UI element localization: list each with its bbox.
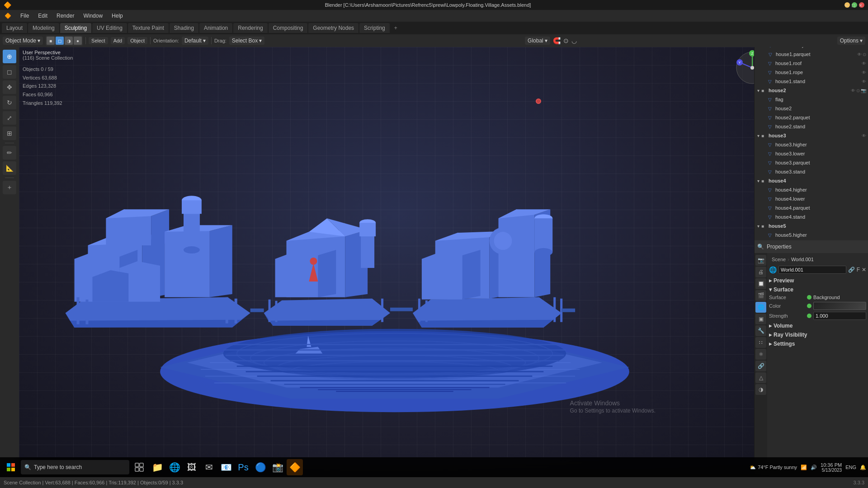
world-delete-icon[interactable]: ✕	[862, 267, 866, 273]
tab-uv-editing[interactable]: UV Editing	[92, 23, 127, 33]
outliner-item-house3-higher[interactable]: ▾ ▽ house3.higher	[755, 140, 868, 149]
world-fake-user-icon[interactable]: F	[857, 267, 860, 273]
ray-visibility-section-header[interactable]: ▸ Ray Visibility	[769, 330, 866, 339]
eye-icon-h2[interactable]: 👁	[851, 88, 855, 93]
photos-icon[interactable]: 🖼	[184, 459, 200, 475]
options-selector[interactable]: Options ▾	[837, 37, 865, 45]
outliner-item-house3-lower[interactable]: ▾ ▽ house3.lower	[755, 149, 868, 158]
wireframe-shading-btn[interactable]: ◻	[56, 37, 64, 45]
data-tab[interactable]: △	[755, 372, 766, 383]
tab-layout[interactable]: Layout	[2, 23, 27, 33]
transform-tool[interactable]: ⊞	[3, 127, 16, 140]
outliner-item-house3-parquet[interactable]: ▾ ▽ house3.parquet	[755, 158, 868, 167]
mail-icon[interactable]: ✉	[201, 459, 217, 475]
eye-icon-7[interactable]: 👁	[862, 79, 866, 84]
strength-input[interactable]: 1.000	[813, 312, 866, 320]
eye-icon-5[interactable]: 👁	[862, 61, 866, 66]
world-name-input[interactable]	[778, 266, 846, 274]
move-tool[interactable]: ✥	[3, 80, 16, 94]
solid-shading-btn[interactable]: ■	[47, 37, 55, 45]
outliner-item-house5[interactable]: ▾ ■ house5	[755, 221, 868, 230]
render-properties-tab[interactable]: 📷	[755, 255, 766, 266]
world-breadcrumb[interactable]: World.001	[791, 257, 814, 262]
outliner-item-house2[interactable]: ▾ ■ house2 👁 ⊙ 📷	[755, 86, 868, 95]
modifier-tab[interactable]: 🔧	[755, 325, 766, 336]
tab-sculpting[interactable]: Sculpting	[60, 23, 91, 33]
select-menu[interactable]: Select	[89, 37, 108, 44]
outliner-item-house4-parquet[interactable]: ▾ ▽ house4.parquet	[755, 203, 868, 212]
material-preview-btn[interactable]: ◑	[65, 37, 73, 45]
menu-render[interactable]: Render	[55, 12, 76, 20]
scale-tool[interactable]: ⤢	[3, 111, 16, 125]
clock-widget[interactable]: 10:36 PM 5/13/2023	[821, 462, 842, 473]
physics-tab[interactable]: ⚛	[755, 349, 766, 360]
cursor-tool[interactable]: ⊕	[3, 50, 16, 63]
settings-section-header[interactable]: ▸ Settings	[769, 339, 866, 348]
magnet-icon[interactable]: 🧲	[553, 37, 561, 44]
menu-edit[interactable]: Edit	[36, 12, 49, 20]
weather-widget[interactable]: ⛅ 74°F Partly sunny	[750, 465, 797, 470]
tab-scripting[interactable]: Scripting	[359, 23, 390, 33]
outliner-item-house2-mesh[interactable]: ▾ ▽ house2	[755, 104, 868, 113]
outliner-item-house2-stand[interactable]: ▾ ▽ house2.stand	[755, 122, 868, 131]
mode-selector[interactable]: Object Mode ▾	[3, 37, 43, 45]
add-cube-tool[interactable]: ＋	[3, 181, 16, 194]
view-layer-tab[interactable]: 🔲	[755, 278, 766, 289]
world-tab[interactable]: 🌐	[755, 302, 766, 313]
minimize-button[interactable]: −	[844, 2, 850, 8]
select-icon-h2[interactable]: ⊙	[856, 88, 860, 93]
render-icon-h2[interactable]: 📷	[861, 88, 866, 93]
outlook-icon[interactable]: 📧	[218, 459, 234, 475]
object-menu[interactable]: Object	[127, 37, 147, 44]
taskbar-search[interactable]: 🔍 Type here to search	[21, 460, 129, 474]
tab-animation[interactable]: Animation	[199, 23, 232, 33]
outliner-item-house2-parquet[interactable]: ▾ ▽ house2.parquet	[755, 113, 868, 122]
eye-icon-4[interactable]: 👁	[857, 52, 862, 57]
object-tab[interactable]: ▣	[755, 314, 766, 324]
surface-section-header[interactable]: ▾ Surface	[769, 285, 866, 294]
outliner-item-house3[interactable]: ▾ ■ house3 👁	[755, 131, 868, 140]
start-button[interactable]	[2, 458, 20, 476]
rotate-tool[interactable]: ↻	[3, 96, 16, 109]
drag-selector[interactable]: Select Box ▾	[229, 37, 264, 45]
file-explorer-icon[interactable]: 📁	[149, 459, 165, 475]
menu-blender[interactable]: 🔶	[3, 12, 13, 20]
blender-icon[interactable]: 🔶	[287, 459, 303, 475]
tab-texture-paint[interactable]: Texture Paint	[128, 23, 169, 33]
menu-help[interactable]: Help	[110, 12, 125, 20]
task-view-button[interactable]	[130, 458, 148, 476]
outliner-item-house1-roof[interactable]: ▾ ▽ house1.roof 👁	[755, 59, 868, 68]
outliner-item-house1-rope[interactable]: ▾ ▽ house1.rope 👁	[755, 68, 868, 77]
properties-search-icon[interactable]: 🔍	[757, 244, 764, 250]
rendered-btn[interactable]: ●	[74, 37, 82, 45]
tab-modeling[interactable]: Modeling	[28, 23, 59, 33]
eye-icon-6[interactable]: 👁	[862, 70, 866, 75]
outliner-item-house1-stand[interactable]: ▾ ▽ house1.stand 👁	[755, 77, 868, 86]
outliner-item-house3-stand[interactable]: ▾ ▽ house3.stand	[755, 167, 868, 176]
tab-compositing[interactable]: Compositing	[269, 23, 308, 33]
preview-section-header[interactable]: ▸ Preview	[769, 276, 866, 285]
color-picker-button[interactable]	[813, 302, 866, 310]
outliner-item-house1-parquet[interactable]: ▾ ▽ house1.parquet 👁 ⊙	[755, 50, 868, 59]
close-button[interactable]: ×	[859, 2, 864, 8]
material-tab[interactable]: ◑	[755, 384, 766, 395]
outliner-item-house4-higher[interactable]: ▾ ▽ house4.higher	[755, 185, 868, 194]
window-controls[interactable]: − □ ×	[844, 2, 864, 8]
language-indicator[interactable]: ENG	[845, 465, 856, 470]
menu-file[interactable]: File	[19, 12, 31, 20]
volume-icon[interactable]: 🔊	[811, 465, 817, 470]
outliner-item-house4-stand[interactable]: ▾ ▽ house4.stand	[755, 212, 868, 221]
outliner-item-flag[interactable]: ▾ ▽ flag	[755, 95, 868, 104]
notification-icon[interactable]: 🔔	[860, 465, 866, 470]
tab-shading[interactable]: Shading	[170, 23, 198, 33]
outliner-item-house4-lower[interactable]: ▾ ▽ house4.lower	[755, 194, 868, 203]
annotate-tool[interactable]: ✏	[3, 146, 16, 160]
proportional-edit-icon[interactable]: ⊙	[563, 37, 569, 44]
edge-icon[interactable]: 🌐	[166, 459, 183, 475]
outliner-item-house5-higher[interactable]: ▾ ▽ house5.higher	[755, 230, 868, 239]
viewport-3d[interactable]: User Perspective (116) Scene Collection …	[19, 47, 773, 469]
volume-section-header[interactable]: ▸ Volume	[769, 321, 866, 330]
proportional-edit-falloff-icon[interactable]: ◡	[571, 37, 577, 44]
tab-geometry-nodes[interactable]: Geometry Nodes	[308, 23, 359, 33]
measure-tool[interactable]: 📐	[3, 161, 16, 175]
